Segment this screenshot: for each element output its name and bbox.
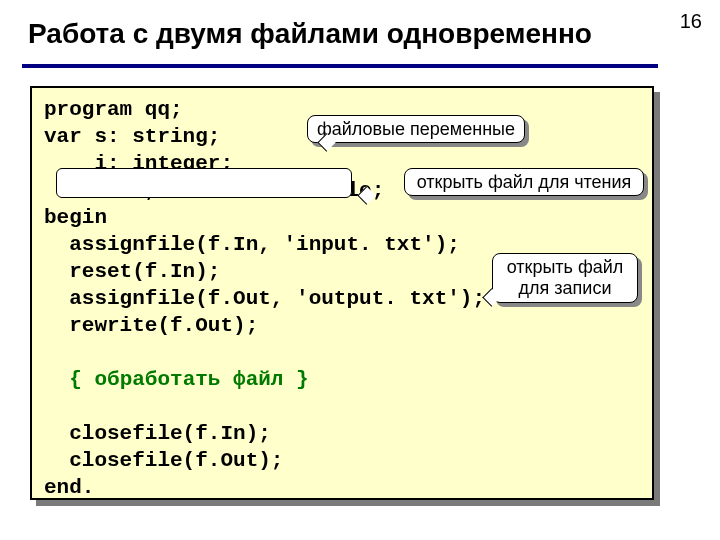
callout-text: открыть файл для записи <box>499 257 631 298</box>
code-line: var s: string; <box>44 125 220 148</box>
callout-text: файловые переменные <box>317 119 515 140</box>
code-line <box>44 368 69 391</box>
code-line: closefile(f.In); <box>44 422 271 445</box>
code-comment: { обработать файл } <box>69 368 308 391</box>
title-rule <box>22 64 658 68</box>
highlight-file-vars <box>56 168 352 198</box>
code-line: closefile(f.Out); <box>44 449 283 472</box>
slide-title: Работа с двумя файлами одновременно <box>28 18 592 50</box>
page-number: 16 <box>680 10 702 33</box>
code-line: begin <box>44 206 107 229</box>
callout-text: открыть файл для чтения <box>417 172 632 193</box>
callout-open-read: открыть файл для чтения <box>404 168 644 196</box>
code-line: program qq; <box>44 98 183 121</box>
code-line: rewrite(f.Out); <box>44 314 258 337</box>
code-line <box>44 341 57 364</box>
code-line: assignfile(f.In, 'input. txt'); <box>44 233 460 256</box>
code-line <box>44 395 57 418</box>
code-line: end. <box>44 476 94 499</box>
code-line: assignfile(f.Out, 'output. txt'); <box>44 287 485 310</box>
slide: 16 Работа с двумя файлами одновременно p… <box>0 0 720 540</box>
code-line: reset(f.In); <box>44 260 220 283</box>
callout-file-vars: файловые переменные <box>307 115 525 143</box>
callout-open-write: открыть файл для записи <box>492 253 638 303</box>
